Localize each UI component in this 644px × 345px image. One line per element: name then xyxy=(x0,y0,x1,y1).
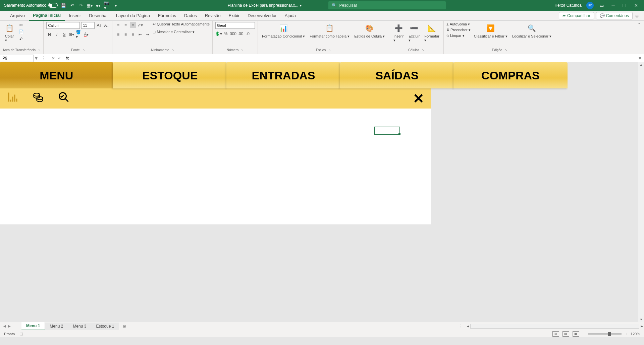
vertical-scrollbar[interactable]: ▲ ▼ xyxy=(638,62,644,322)
view-page-layout-icon[interactable]: ▤ xyxy=(562,331,569,337)
thousands-icon[interactable]: 000 xyxy=(230,31,236,37)
insert-cells-button[interactable]: ➕ Inserir▾ xyxy=(392,22,405,43)
qat-customize-icon[interactable]: ▾ xyxy=(113,2,119,8)
nav-tab-saidas[interactable]: SAÍDAS xyxy=(340,62,454,88)
increase-decimal-icon[interactable]: .00 xyxy=(237,31,244,37)
italic-button[interactable]: I xyxy=(54,31,60,38)
qat-icon-2[interactable]: ●▾ xyxy=(95,2,101,8)
align-right-icon[interactable]: ≡ xyxy=(130,31,136,38)
user-avatar[interactable]: HC xyxy=(586,2,594,9)
tab-desenhar[interactable]: Desenhar xyxy=(85,11,112,20)
font-size-input[interactable] xyxy=(81,22,95,29)
borders-icon[interactable]: ⊞▾ xyxy=(68,31,74,38)
sheet-tab-estoque1[interactable]: Estoque 1 xyxy=(91,323,119,330)
tab-layout[interactable]: Layout da Página xyxy=(112,11,154,20)
save-icon[interactable]: 💾 xyxy=(60,2,66,8)
sort-filter-button[interactable]: 🔽 Classificar e Filtrar ▾ xyxy=(473,22,509,39)
hscroll-right-icon[interactable]: ▶ xyxy=(639,325,644,328)
currency-icon[interactable]: 💲▾ xyxy=(215,31,221,37)
decrease-indent-icon[interactable]: ⇤ xyxy=(137,31,143,38)
workspace[interactable] xyxy=(0,109,431,224)
tab-dados[interactable]: Dados xyxy=(180,11,201,20)
percent-icon[interactable]: % xyxy=(223,31,229,37)
formula-input[interactable] xyxy=(70,56,636,61)
ribbon-display-icon[interactable]: ▭ xyxy=(598,2,605,9)
cancel-formula-icon[interactable]: ✕ xyxy=(52,56,55,61)
search-analytics-icon[interactable] xyxy=(58,91,70,106)
decrease-font-icon[interactable]: A↓ xyxy=(103,22,109,28)
qat-icon-3[interactable]: 📷▾ xyxy=(104,2,110,8)
zoom-in-icon[interactable]: + xyxy=(625,332,627,336)
format-painter-icon[interactable]: 🖌 xyxy=(18,36,24,42)
prev-sheet-icon[interactable]: ◀ xyxy=(3,324,6,328)
qat-icon-1[interactable]: ▦▾ xyxy=(87,2,93,8)
nav-tab-compras[interactable]: COMPRAS xyxy=(453,62,568,88)
fill-button[interactable]: ⬇ Preencher ▾ xyxy=(446,28,471,32)
add-sheet-button[interactable]: ⊕ xyxy=(119,324,130,329)
tab-inserir[interactable]: Inserir xyxy=(65,11,85,20)
tab-revisao[interactable]: Revisão xyxy=(201,11,225,20)
name-box[interactable] xyxy=(0,55,34,62)
share-button[interactable]: ➦ Compartilhar xyxy=(559,12,594,19)
next-sheet-icon[interactable]: ▶ xyxy=(8,324,11,328)
align-center-icon[interactable]: ≡ xyxy=(122,31,128,38)
align-middle-icon[interactable]: ≡ xyxy=(122,22,128,28)
orientation-icon[interactable]: ⤢▾ xyxy=(137,22,143,28)
delete-cells-button[interactable]: ➖ Excluir▾ xyxy=(407,22,421,43)
horizontal-scrollbar[interactable] xyxy=(470,324,639,329)
increase-indent-icon[interactable]: ⇥ xyxy=(145,31,151,38)
merge-button[interactable]: ⊟ Mesclar e Centralizar ▾ xyxy=(153,30,210,34)
cut-icon[interactable]: ✂ xyxy=(18,22,24,28)
smiley-icon[interactable]: ☺ xyxy=(635,13,639,18)
accept-formula-icon[interactable]: ✓ xyxy=(58,56,61,61)
tab-exibir[interactable]: Exibir xyxy=(225,11,244,20)
nav-tab-entradas[interactable]: ENTRADAS xyxy=(226,62,340,88)
align-left-icon[interactable]: ≡ xyxy=(115,31,121,38)
font-name-input[interactable] xyxy=(46,22,80,29)
hscroll-left-icon[interactable]: ◀ xyxy=(466,325,470,328)
format-cells-button[interactable]: 📐 Formatar▾ xyxy=(423,22,441,43)
collapse-ribbon-icon[interactable]: ˆ xyxy=(634,21,644,54)
cell-styles-button[interactable]: 🎨 Estilos de Célula ▾ xyxy=(353,22,386,39)
wrap-text-button[interactable]: ↩ Quebrar Texto Automaticamente xyxy=(153,22,210,26)
fx-icon[interactable]: fx xyxy=(64,56,70,61)
redo-icon[interactable]: ↷ xyxy=(78,2,84,8)
zoom-slider[interactable] xyxy=(588,333,622,335)
view-page-break-icon[interactable]: ▦ xyxy=(573,331,579,337)
tab-formulas[interactable]: Fórmulas xyxy=(154,11,180,20)
tab-desenvolvedor[interactable]: Desenvolvedor xyxy=(244,11,281,20)
maximize-icon[interactable]: ❐ xyxy=(621,2,628,9)
minimize-icon[interactable]: ─ xyxy=(610,2,616,9)
sheet-tab-menu2[interactable]: Menu 2 xyxy=(45,323,68,330)
search-box[interactable]: 🔍 xyxy=(328,1,446,9)
align-top-icon[interactable]: ≡ xyxy=(115,22,121,28)
nav-tab-estoque[interactable]: ESTOQUE xyxy=(113,62,227,88)
fill-handle[interactable] xyxy=(398,133,400,135)
format-table-button[interactable]: 📋 Formatar como Tabela ▾ xyxy=(308,22,351,39)
tab-arquivo[interactable]: Arquivo xyxy=(6,11,29,20)
align-bottom-icon[interactable]: ≡ xyxy=(130,22,136,28)
search-input[interactable] xyxy=(339,3,442,8)
sheet-tab-menu1[interactable]: Menu 1 xyxy=(21,322,45,330)
close-window-icon[interactable]: ✕ xyxy=(633,2,639,9)
chart-icon[interactable] xyxy=(7,91,19,106)
scroll-down-icon[interactable]: ▼ xyxy=(638,317,644,322)
username[interactable]: Heitor Catunda xyxy=(554,3,582,8)
underline-button[interactable]: S xyxy=(61,31,67,38)
scroll-up-icon[interactable]: ▲ xyxy=(638,62,644,67)
clear-button[interactable]: ◇ Limpar ▾ xyxy=(446,33,471,38)
coins-icon[interactable] xyxy=(32,91,44,106)
tab-ajuda[interactable]: Ajuda xyxy=(281,11,300,20)
paste-button[interactable]: 📋 Colar▾ xyxy=(3,22,16,43)
comments-button[interactable]: 💬 Comentários xyxy=(596,12,633,19)
macro-record-icon[interactable]: ⬚ xyxy=(19,332,23,336)
increase-font-icon[interactable]: A↑ xyxy=(96,22,102,28)
close-icon[interactable]: ✕ xyxy=(413,91,424,106)
bold-button[interactable]: N xyxy=(46,31,52,38)
font-color-icon[interactable]: A▾ xyxy=(83,31,89,38)
autosum-button[interactable]: Σ AutoSoma ▾ xyxy=(446,22,471,26)
autosave-toggle[interactable]: Salvamento Automático xyxy=(4,3,58,8)
number-format-input[interactable] xyxy=(215,22,255,29)
view-normal-icon[interactable]: ⊞ xyxy=(552,331,559,337)
copy-icon[interactable]: 📄 xyxy=(18,29,24,35)
